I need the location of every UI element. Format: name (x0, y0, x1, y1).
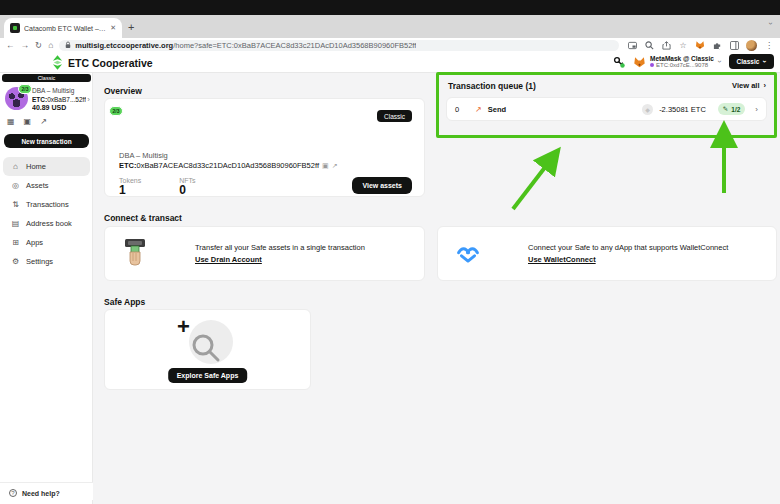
help-question-icon: ? (9, 489, 17, 497)
url-domain: multisig.etccooperative.org (75, 41, 173, 50)
search-icon[interactable] (644, 40, 654, 50)
etc-logo-icon (52, 55, 63, 70)
new-transaction-button[interactable]: New transaction (4, 134, 89, 148)
url-bar[interactable]: multisig.etccooperative.org/home?safe=ET… (59, 40, 619, 51)
owner-keys-icon[interactable] (613, 56, 625, 68)
connect-transact-title: Connect & transact (104, 213, 182, 223)
metamask-fox-icon (633, 56, 646, 68)
media-controls-icon[interactable] (627, 40, 637, 50)
settings-gear-icon: ⚙ (11, 257, 20, 266)
browser-toolbar: ← → ↻ ⌂ multisig.etccooperative.org/home… (0, 38, 780, 52)
extensions-puzzle-icon[interactable] (712, 40, 722, 50)
threshold-badge: 2/3 (18, 84, 32, 94)
sidebar-item-assets[interactable]: ◎ Assets (3, 176, 90, 195)
address-book-icon: ▤ (11, 219, 20, 228)
browser-tab[interactable]: Catacomb ETC Wallet – Dashb ✕ (4, 18, 122, 38)
tx-nonce: 0 (455, 105, 469, 114)
safe-avatar: 2/3 (5, 87, 28, 110)
pen-icon: ✎ (723, 105, 728, 113)
copy-address-icon[interactable]: ▣ (24, 117, 32, 126)
sidebar-network-badge: Classic (2, 74, 91, 82)
safe-balance: 40.89 USD (32, 104, 86, 113)
bookmark-star-icon[interactable]: ☆ (678, 40, 688, 50)
view-all-link[interactable]: View all › (732, 81, 766, 90)
header-right: MetaMask @ Classic ETC:0xd7cE...9078 › C… (613, 54, 774, 69)
browser-tab-strip: Catacomb ETC Wallet – Dashb ✕ + › (0, 15, 780, 38)
network-selector[interactable]: Classic › (729, 54, 774, 69)
wallet-address: ETC:0xd7cE...9078 (650, 62, 714, 69)
walletconnect-logo-icon (454, 245, 482, 263)
url-text: multisig.etccooperative.org/home?safe=ET… (75, 41, 416, 50)
new-tab-button[interactable]: + (128, 22, 134, 33)
back-icon[interactable]: ← (6, 40, 15, 50)
tab-close-icon[interactable]: ✕ (110, 24, 116, 32)
block-explorer-icon[interactable]: ↗ (40, 117, 47, 126)
drain-account-icon (121, 239, 149, 269)
transactions-icon: ⇅ (11, 200, 20, 209)
need-help-link[interactable]: ? Need help? (0, 482, 93, 500)
tab-strip-chevron-icon[interactable]: › (766, 22, 775, 25)
overview-network-chip: Classic (377, 110, 412, 122)
assets-icon: ◎ (11, 181, 20, 190)
tokens-count: 1 (119, 184, 141, 197)
walletconnect-text: Connect your Safe to any dApp that suppo… (528, 242, 728, 266)
connected-wallet[interactable]: MetaMask @ Classic ETC:0xd7cE...9078 › (633, 55, 720, 69)
sidebar-item-address-book[interactable]: ▤ Address book (3, 214, 90, 233)
view-assets-button[interactable]: View assets (352, 177, 412, 194)
overview-title: Overview (104, 86, 142, 96)
walletconnect-card[interactable]: Connect your Safe to any dApp that suppo… (437, 226, 777, 281)
brand: ETC Cooperative (52, 55, 153, 70)
browser-home-icon[interactable]: ⌂ (48, 40, 53, 50)
nfts-stat: NFTs 0 (179, 177, 195, 197)
explore-safe-apps-button[interactable]: Explore Safe Apps (168, 368, 248, 383)
home-icon: ⌂ (11, 162, 20, 171)
copy-address-icon[interactable]: ▣ (322, 162, 329, 170)
reload-icon[interactable]: ↻ (35, 40, 42, 50)
drain-account-card[interactable]: Transfer all your Safe assets in a singl… (104, 226, 425, 281)
tx-type: Send (488, 105, 506, 114)
url-path: /home?safe=ETC:0xBaB7ACEAC8d33c21DAcD10A… (173, 41, 416, 50)
overview-card: 2/3 Classic DBA – Multisig ETC:0xBaB7ACE… (104, 98, 425, 197)
side-panel-icon[interactable] (729, 40, 739, 50)
site-favicon (10, 23, 20, 33)
metamask-extension-icon[interactable] (695, 40, 705, 50)
open-explorer-icon[interactable]: ↗ (332, 162, 338, 170)
share-icon[interactable] (661, 40, 671, 50)
nfts-count: 0 (179, 184, 195, 197)
view-all-chevron-icon: › (764, 81, 767, 90)
tx-amount: -2.35081 ETC (659, 105, 706, 114)
transaction-queue-title: Transaction queue (1) (448, 81, 536, 91)
safe-apps-title: Safe Apps (104, 297, 145, 307)
confirmations-badge: ✎ 1/2 (718, 103, 746, 115)
padlock-icon (65, 41, 71, 49)
use-drain-account-link[interactable]: Use Drain Account (195, 254, 365, 266)
safe-switch-chevron-icon[interactable]: › (87, 95, 90, 104)
forward-icon[interactable]: → (21, 40, 30, 50)
drain-account-text: Transfer all your Safe assets in a singl… (195, 242, 365, 266)
network-selector-label: Classic (737, 58, 760, 65)
explore-apps-illustration: + (177, 318, 237, 370)
browser-action-icons: ☆ ⋮ (627, 40, 774, 51)
qr-code-icon[interactable]: ▦ (7, 117, 15, 126)
browser-menu-icon[interactable]: ⋮ (764, 40, 774, 50)
sidebar-nav: ⌂ Home ◎ Assets ⇅ Transactions ▤ Address… (3, 157, 90, 271)
plus-icon: + (177, 314, 190, 340)
safe-name: DBA – Multisig (32, 87, 86, 96)
brand-name: ETC Cooperative (68, 57, 153, 69)
send-arrow-icon: ↗ (475, 105, 482, 114)
magnifier-icon (189, 332, 223, 366)
network-chevron-icon: › (760, 60, 769, 63)
sidebar-item-apps[interactable]: ⊞ Apps (3, 233, 90, 252)
wallet-chevron-icon: › (715, 60, 724, 63)
use-walletconnect-link[interactable]: Use WalletConnect (528, 254, 728, 266)
token-icon: ◆ (642, 104, 653, 115)
sidebar-item-home[interactable]: ⌂ Home (3, 157, 90, 176)
sidebar-item-transactions[interactable]: ⇅ Transactions (3, 195, 90, 214)
sidebar-item-settings[interactable]: ⚙ Settings (3, 252, 90, 271)
annotation-arrow-queue (513, 153, 556, 209)
browser-profile-avatar[interactable] (746, 40, 757, 51)
safe-info: DBA – Multisig ETC:0xBaB7...52ff 40.89 U… (32, 87, 86, 113)
safe-address: ETC:0xBaB7...52ff (32, 96, 86, 105)
queued-transaction-row[interactable]: 0 ↗ Send ◆ -2.35081 ETC ✎ 1/2 › (446, 97, 767, 121)
sidebar-safe-summary[interactable]: 2/3 DBA – Multisig ETC:0xBaB7...52ff 40.… (5, 87, 89, 113)
